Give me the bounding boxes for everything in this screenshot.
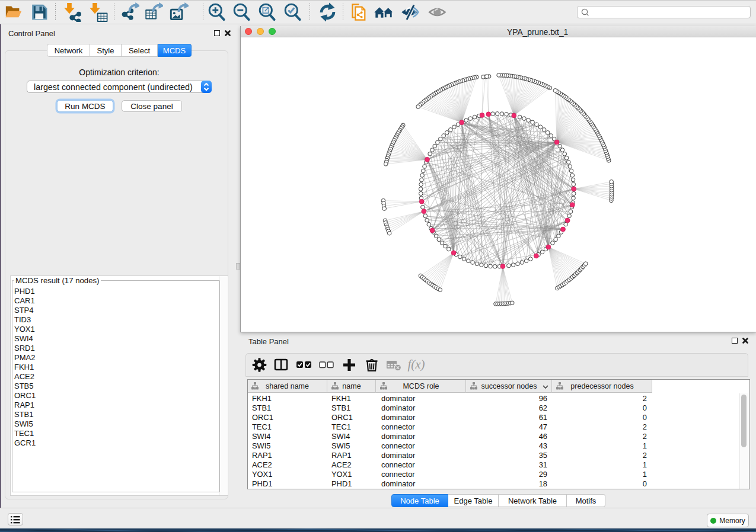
svg-text:f(x): f(x) (407, 357, 425, 371)
